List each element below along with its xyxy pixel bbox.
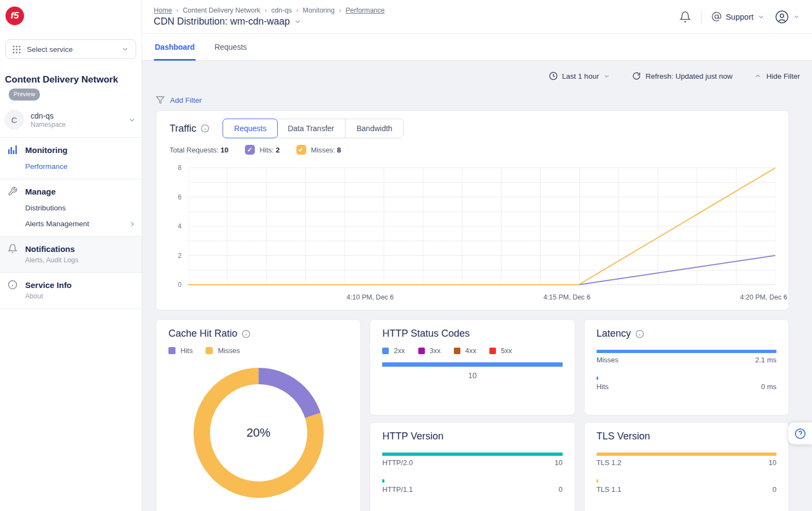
refresh-button[interactable]: Refresh: Updated just now <box>632 72 732 80</box>
latency-hits-value: 0 ms <box>761 383 776 391</box>
hits-label: Hits: <box>260 146 274 154</box>
distribution-title-dropdown[interactable]: CDN Distribution: wm-cdn-waap <box>154 16 385 27</box>
namespace-type-label: Namespace <box>31 121 66 128</box>
namespace-avatar: C <box>4 110 24 130</box>
breadcrumb-monitoring[interactable]: Monitoring <box>303 7 335 14</box>
traffic-tab-bandwidth[interactable]: Bandwidth <box>345 119 403 138</box>
traffic-tab-requests[interactable]: Requests <box>223 119 278 138</box>
tls11-label: TLS 1.1 <box>597 485 622 494</box>
namespace-selector[interactable]: C cdn-qs Namespace <box>4 110 136 137</box>
breadcrumb-separator: › <box>176 7 178 14</box>
top-header: Home› Content Delivery Network› cdn-qs› … <box>142 0 812 34</box>
hide-filter-button[interactable]: Hide Filter <box>754 72 800 80</box>
y-tick-label: 0 <box>178 281 182 289</box>
sidebar-section-manage: Manage Distributions Alerts Management <box>0 179 142 236</box>
legend-4xx[interactable]: 4xx <box>454 346 476 355</box>
chevron-right-icon <box>128 220 136 228</box>
5xx-swatch <box>489 348 496 354</box>
http-status-codes-card: HTTP Status Codes 2xx 3xx 4xx 5xx 10 <box>370 319 575 415</box>
traffic-chart-plot <box>188 167 775 286</box>
hits-toggle[interactable]: Hits: 2 <box>245 145 280 155</box>
breadcrumb-cdn[interactable]: Content Delivery Network <box>183 7 260 14</box>
f5-logo-text: f5 <box>10 10 19 21</box>
cache-hit-ratio-donut: 20% <box>194 368 324 498</box>
chevron-down-icon <box>603 73 610 80</box>
breadcrumb-namespace[interactable]: cdn-qs <box>271 7 292 14</box>
http-status-codes-title: HTTP Status Codes <box>382 328 470 339</box>
breadcrumb-performance[interactable]: Performance <box>346 7 385 14</box>
legend-hits[interactable]: Hits <box>168 346 192 355</box>
legend-5xx[interactable]: 5xx <box>489 346 512 355</box>
notifications-bell-icon[interactable] <box>679 11 691 23</box>
notifications-title: Notifications <box>25 244 75 254</box>
support-menu[interactable]: Support <box>711 11 765 22</box>
add-filter-button[interactable]: Add Filter <box>170 96 202 104</box>
latency-hits-label: Hits <box>597 383 609 391</box>
http11-bar <box>382 479 384 483</box>
legend-2xx[interactable]: 2xx <box>382 346 405 355</box>
chevron-down-icon <box>121 45 129 53</box>
main-area: Home› Content Delivery Network› cdn-qs› … <box>142 0 812 511</box>
namespace-name: cdn-qs <box>31 111 66 121</box>
help-button[interactable] <box>788 422 812 444</box>
traffic-tab-data-transfer[interactable]: Data Transfer <box>277 119 345 138</box>
info-icon[interactable] <box>635 330 644 338</box>
y-tick-label: 6 <box>178 193 182 201</box>
at-sign-icon <box>711 11 722 22</box>
sidebar-item-distributions[interactable]: Distributions <box>0 204 142 212</box>
donut-hole: 20% <box>210 384 307 481</box>
status-codes-bar <box>382 362 562 367</box>
tls12-label: TLS 1.2 <box>597 459 622 467</box>
filter-bar: Last 1 hour Refresh: Updated just now Hi… <box>156 68 800 84</box>
misses-label: Misses: <box>311 146 335 154</box>
latency-hits-bar <box>597 377 598 380</box>
traffic-metric-switch: Requests Data Transfer Bandwidth <box>223 119 404 138</box>
notifications-subtitle: Alerts, Audit Logs <box>0 256 142 264</box>
legend-hits-label: Hits <box>180 346 192 355</box>
traffic-card: Traffic Requests Data Transfer Bandwidth… <box>156 110 789 310</box>
info-icon[interactable] <box>242 330 250 338</box>
tls11-row: TLS 1.10 <box>597 479 776 494</box>
sidebar-item-notifications[interactable]: Notifications Alerts, Audit Logs <box>0 236 142 272</box>
tab-dashboard[interactable]: Dashboard <box>154 34 196 60</box>
misses-toggle[interactable]: Misses: 8 <box>296 145 341 155</box>
service-selector[interactable]: Select service <box>5 39 136 59</box>
time-range-label: Last 1 hour <box>562 72 599 80</box>
product-title-text: Content Delivery Network <box>5 74 118 85</box>
legend-4xx-label: 4xx <box>465 346 476 355</box>
traffic-chart-y-axis: 02468 <box>170 167 188 286</box>
sidebar: f5 Select service Content Delivery Netwo… <box>0 0 142 511</box>
bar-chart-icon <box>8 145 17 155</box>
legend-3xx[interactable]: 3xx <box>418 346 441 355</box>
info-icon[interactable] <box>201 124 209 133</box>
hits-checkbox[interactable] <box>245 145 255 155</box>
tls12-row: TLS 1.210 <box>597 453 776 467</box>
sidebar-section-monitoring: Monitoring Performance <box>0 137 142 179</box>
total-requests-stat: Total Requests: 10 <box>170 146 229 154</box>
breadcrumb-home[interactable]: Home <box>154 7 172 14</box>
f5-logo: f5 <box>5 7 24 25</box>
time-range-selector[interactable]: Last 1 hour <box>549 72 611 80</box>
monitoring-title: Monitoring <box>25 145 67 155</box>
tls-version-card: TLS Version TLS 1.210 TLS 1.10 <box>584 422 789 511</box>
total-requests-label: Total Requests: <box>170 146 219 154</box>
breadcrumb-separator: › <box>339 7 341 14</box>
sidebar-item-alerts-management[interactable]: Alerts Management <box>0 220 142 228</box>
sidebar-item-performance[interactable]: Performance <box>0 162 142 171</box>
service-selector-label: Select service <box>27 45 73 54</box>
2xx-swatch <box>382 348 389 354</box>
sidebar-item-service-info[interactable]: Service Info About <box>0 272 142 309</box>
misses-checkbox[interactable] <box>296 145 306 155</box>
tab-requests[interactable]: Requests <box>213 34 248 60</box>
chevron-down-icon <box>793 13 800 20</box>
refresh-label: Refresh: Updated just now <box>645 72 732 80</box>
http2-row: HTTP/2.010 <box>382 453 562 467</box>
tls11-bar <box>597 479 598 483</box>
http11-row: HTTP/1.10 <box>382 479 562 494</box>
manage-title: Manage <box>25 187 56 196</box>
chevron-down-icon <box>294 17 302 26</box>
legend-misses[interactable]: Misses <box>206 346 239 355</box>
chevron-down-icon <box>757 13 765 21</box>
latency-misses-bar <box>597 350 776 353</box>
user-account-menu[interactable] <box>775 10 800 24</box>
